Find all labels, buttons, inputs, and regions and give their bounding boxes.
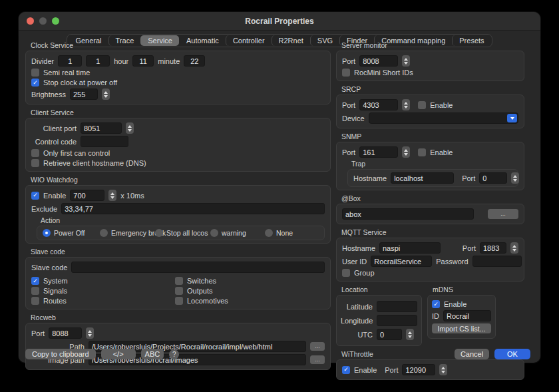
mqtt-group-checkbox[interactable]: [342, 269, 350, 277]
rocweb-port-label: Port: [31, 329, 45, 337]
server-monitor-port-input[interactable]: [359, 55, 398, 67]
emergency-break-radio[interactable]: [100, 229, 108, 237]
latitude-input[interactable]: [377, 301, 417, 312]
latitude-label: Latitude: [341, 303, 373, 311]
exclude-label: Exclude: [31, 205, 57, 213]
abc-button[interactable]: ABC: [141, 349, 164, 359]
mqtt-title: MQTT Service: [341, 228, 524, 236]
snmp-group: SNMP Port Enable Trap Hostname Port: [336, 132, 524, 190]
hour-input[interactable]: [132, 55, 154, 67]
minimize-window-button[interactable]: [39, 17, 47, 25]
brightness-input[interactable]: [70, 89, 98, 100]
snmp-enable-checkbox[interactable]: [418, 148, 426, 156]
atbox-browse-button[interactable]: ...: [488, 209, 518, 219]
longitude-input[interactable]: [377, 315, 417, 326]
brightness-label: Brightness: [31, 91, 66, 98]
rocweb-port-input[interactable]: [49, 327, 82, 339]
retrieve-hostname-checkbox[interactable]: [31, 159, 39, 167]
cancel-button[interactable]: Cancel: [455, 349, 489, 359]
client-port-stepper[interactable]: [126, 122, 134, 134]
utc-stepper[interactable]: [406, 329, 414, 340]
semi-real-time-checkbox[interactable]: [31, 69, 39, 77]
trap-port-input[interactable]: [479, 172, 507, 184]
only-first-checkbox[interactable]: [31, 149, 39, 157]
divider-label: Divider: [31, 57, 54, 65]
only-first-label: Only first can control: [43, 149, 110, 157]
mqtt-userid-input[interactable]: [371, 256, 432, 267]
mqtt-hostname-input[interactable]: [379, 242, 441, 254]
action-option-stop-all-locos[interactable]: Stop all locos: [155, 229, 206, 237]
mqtt-port-stepper[interactable]: [510, 242, 518, 254]
chevron-down-icon[interactable]: [507, 114, 517, 122]
mqtt-password-input[interactable]: [472, 256, 522, 267]
utc-input[interactable]: [377, 329, 402, 340]
rocweb-port-stepper[interactable]: [86, 327, 94, 339]
stop-clock-label: Stop clock at power off: [43, 79, 117, 87]
atbox-input[interactable]: [342, 208, 474, 220]
server-monitor-port-stepper[interactable]: [402, 55, 410, 67]
wio-interval-input[interactable]: [70, 190, 104, 201]
srcp-enable-checkbox[interactable]: [418, 101, 426, 109]
withrottle-port-stepper[interactable]: [439, 364, 447, 375]
system-checkbox[interactable]: [31, 277, 39, 285]
trap-hostname-input[interactable]: [391, 172, 454, 184]
routes-checkbox[interactable]: [31, 297, 39, 305]
help-button[interactable]: ?: [169, 349, 179, 359]
withrottle-enable-checkbox[interactable]: [342, 366, 350, 374]
stop-clock-checkbox[interactable]: [31, 79, 39, 87]
srcp-port-input[interactable]: [359, 99, 398, 110]
exclude-input[interactable]: [61, 203, 325, 214]
locomotives-label: Locomotives: [187, 297, 228, 305]
wio-watchdog-group: WIO Watchdog Enable x 10ms Exclude Actio…: [25, 176, 331, 244]
wio-interval-stepper[interactable]: [108, 190, 116, 201]
action-option-none[interactable]: None: [265, 229, 293, 237]
title-bar: Rocrail Properties: [19, 12, 540, 31]
switches-checkbox[interactable]: [175, 277, 183, 285]
snmp-port-stepper[interactable]: [402, 146, 410, 158]
code-view-button[interactable]: </>: [101, 349, 136, 359]
rocmini-checkbox[interactable]: [342, 69, 350, 77]
srcp-group: SRCP Port Enable Device: [336, 85, 524, 128]
slave-code-title: Slave code: [31, 248, 331, 256]
close-window-button[interactable]: [27, 17, 34, 25]
ok-button[interactable]: OK: [494, 349, 530, 359]
srcp-port-label: Port: [342, 101, 355, 109]
action-option-power-off[interactable]: Power Off: [43, 229, 96, 237]
power-off-radio[interactable]: [43, 229, 51, 237]
mdns-enable-checkbox[interactable]: [432, 300, 440, 308]
action-option-emergency-break[interactable]: Emergency break: [100, 229, 151, 237]
minute-input[interactable]: [184, 55, 205, 67]
wio-enable-checkbox[interactable]: [31, 192, 39, 200]
divider-1-input[interactable]: [58, 55, 82, 67]
locomotives-checkbox[interactable]: [175, 297, 183, 305]
client-port-input[interactable]: [81, 122, 122, 134]
import-cs-list-button[interactable]: Import CS list...: [432, 323, 491, 333]
trap-port-label: Port: [462, 174, 475, 182]
rocweb-title: Rocweb: [31, 313, 331, 321]
srcp-port-stepper[interactable]: [402, 99, 410, 110]
warning-radio[interactable]: [210, 229, 218, 237]
trap-port-stepper[interactable]: [511, 172, 519, 184]
stop-all-locos-radio[interactable]: [155, 229, 163, 237]
brightness-stepper[interactable]: [102, 89, 110, 100]
none-radio[interactable]: [265, 229, 273, 237]
snmp-port-input[interactable]: [359, 146, 398, 158]
mqtt-port-input[interactable]: [480, 242, 506, 254]
power-off-label: Power Off: [54, 229, 85, 237]
mdns-id-input[interactable]: [443, 310, 491, 321]
snmp-title: SNMP: [341, 132, 524, 140]
action-option-warning[interactable]: warning: [210, 229, 261, 237]
srcp-device-label: Device: [342, 114, 365, 122]
outputs-checkbox[interactable]: [175, 287, 183, 295]
srcp-device-combobox[interactable]: [369, 112, 518, 124]
withrottle-port-input[interactable]: [402, 364, 435, 375]
signals-checkbox[interactable]: [31, 287, 39, 295]
zoom-window-button[interactable]: [52, 17, 59, 25]
client-service-title: Client Service: [31, 108, 331, 116]
client-service-group: Client Service Client port Control code …: [25, 108, 331, 172]
control-code-input[interactable]: [81, 136, 128, 147]
copy-to-clipboard-button[interactable]: Copy to clipboard: [25, 349, 96, 359]
trap-title: Trap: [351, 160, 518, 168]
slave-code-input[interactable]: [71, 262, 325, 273]
divider-2-input[interactable]: [86, 55, 110, 67]
